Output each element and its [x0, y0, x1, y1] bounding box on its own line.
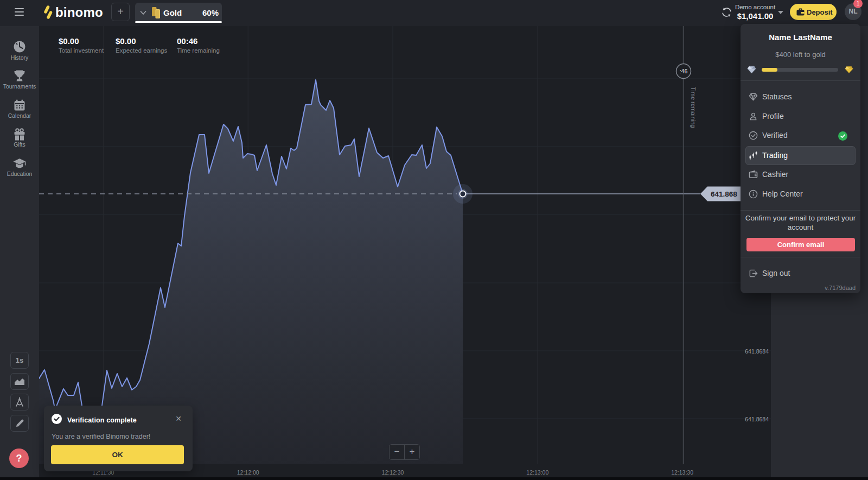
svg-text::46: :46: [680, 68, 688, 74]
svg-text:641.8684: 641.8684: [745, 416, 769, 422]
svg-text:12:12:00: 12:12:00: [237, 469, 259, 475]
svg-text:12:13:30: 12:13:30: [671, 469, 693, 475]
svg-text:641.868: 641.868: [711, 190, 737, 198]
svg-text:641.8684: 641.8684: [745, 348, 769, 355]
svg-text:12:13:00: 12:13:00: [526, 469, 548, 475]
svg-text:12:12:30: 12:12:30: [382, 469, 404, 475]
svg-text:Time remaining: Time remaining: [690, 87, 697, 128]
